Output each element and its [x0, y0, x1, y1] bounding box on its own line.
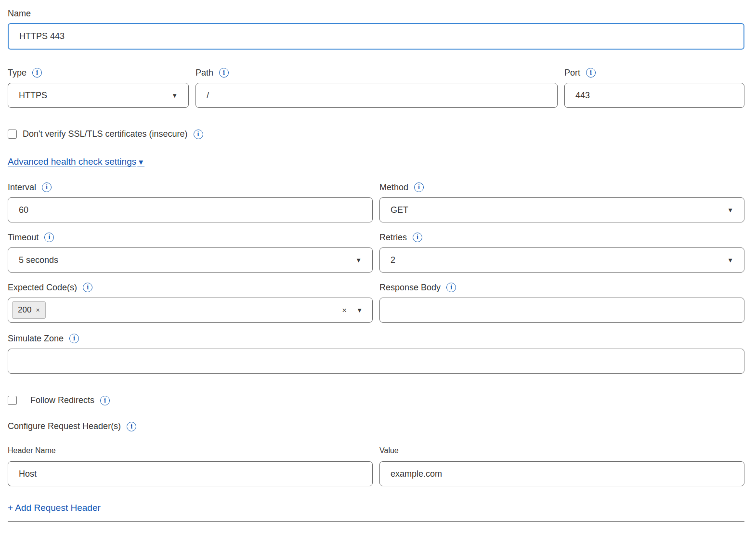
retries-label: Retries i	[379, 232, 744, 243]
type-select-value: HTTPS	[19, 91, 47, 101]
path-group: Path i	[196, 67, 558, 108]
request-headers-info-icon[interactable]: i	[127, 422, 136, 431]
method-select-value: GET	[391, 205, 408, 215]
ssl-verify-checkbox[interactable]	[8, 130, 17, 139]
ssl-verify-info-icon[interactable]: i	[194, 130, 203, 139]
add-header-row: + Add Request Header	[8, 503, 744, 513]
interval-label-text: Interval	[8, 182, 36, 193]
multiselect-controls: × ▼	[342, 306, 363, 314]
expected-code-chip-text: 200	[18, 305, 31, 315]
header-name-column-label: Header Name	[8, 445, 373, 456]
simulate-zone-label-text: Simulate Zone	[8, 333, 64, 344]
header-value-input[interactable]	[379, 461, 744, 486]
expected-codes-label: Expected Code(s) i	[8, 282, 373, 293]
follow-redirects-checkbox[interactable]	[8, 396, 17, 405]
interval-label: Interval i	[8, 182, 373, 193]
request-headers-title-text: Configure Request Header(s)	[8, 421, 121, 431]
expected-codes-info-icon[interactable]: i	[83, 283, 92, 292]
clear-icon[interactable]: ×	[342, 306, 347, 314]
simulate-zone-input[interactable]	[8, 349, 744, 374]
chevron-down-icon: ▼	[727, 257, 733, 263]
type-group: Type i HTTPS ▼	[8, 67, 189, 108]
chip-remove-icon[interactable]: ×	[36, 306, 39, 314]
header-value-column-label: Value	[379, 445, 744, 456]
advanced-settings-link[interactable]: Advanced health check settings ▼	[8, 156, 144, 167]
retries-group: Retries i 2 ▼	[379, 232, 744, 273]
ssl-verify-row: Don't verify SSL/TLS certificates (insec…	[8, 129, 744, 139]
retries-info-icon[interactable]: i	[413, 233, 422, 242]
interval-method-row: Interval i Method i GET ▼	[8, 182, 744, 222]
chevron-down-icon: ▼	[137, 158, 144, 166]
timeout-info-icon[interactable]: i	[44, 233, 54, 242]
name-label: Name	[8, 8, 744, 19]
response-body-label: Response Body i	[379, 282, 744, 293]
timeout-select-value: 5 seconds	[19, 255, 58, 265]
chevron-down-icon[interactable]: ▼	[356, 307, 363, 313]
port-label: Port i	[564, 67, 744, 78]
simulate-zone-info-icon[interactable]: i	[69, 334, 79, 343]
advanced-settings-link-text: Advanced health check settings	[8, 156, 136, 167]
retries-select[interactable]: 2 ▼	[379, 247, 744, 273]
advanced-settings-row: Advanced health check settings ▼	[8, 156, 744, 167]
timeout-group: Timeout i 5 seconds ▼	[8, 232, 373, 273]
header-row	[8, 461, 744, 486]
path-info-icon[interactable]: i	[219, 68, 229, 78]
port-group: Port i	[564, 67, 744, 108]
method-label-text: Method	[379, 182, 408, 193]
port-info-icon[interactable]: i	[586, 68, 596, 78]
response-body-label-text: Response Body	[379, 282, 441, 293]
interval-info-icon[interactable]: i	[42, 182, 52, 192]
timeout-retries-row: Timeout i 5 seconds ▼ Retries i 2 ▼	[8, 232, 744, 273]
request-headers-title: Configure Request Header(s) i	[8, 421, 744, 431]
port-label-text: Port	[564, 67, 580, 78]
expected-codes-group: Expected Code(s) i 200 × × ▼	[8, 282, 373, 323]
chevron-down-icon: ▼	[727, 207, 733, 213]
chevron-down-icon: ▼	[355, 257, 362, 263]
retries-label-text: Retries	[379, 232, 407, 243]
response-body-group: Response Body i	[379, 282, 744, 323]
bottom-divider	[8, 521, 744, 522]
type-select[interactable]: HTTPS ▼	[8, 83, 189, 108]
path-label: Path i	[196, 67, 558, 78]
header-name-column-label-text: Header Name	[8, 445, 56, 456]
add-request-header-link-text: + Add Request Header	[8, 503, 101, 513]
method-select[interactable]: GET ▼	[379, 197, 744, 222]
codes-body-row: Expected Code(s) i 200 × × ▼ Response Bo…	[8, 282, 744, 323]
name-input[interactable]	[8, 23, 744, 50]
chevron-down-icon: ▼	[171, 92, 178, 99]
follow-redirects-label: Follow Redirects	[30, 395, 94, 405]
timeout-label-text: Timeout	[8, 232, 39, 243]
retries-select-value: 2	[391, 255, 395, 265]
header-name-input[interactable]	[8, 461, 373, 486]
health-check-form: Name Type i HTTPS ▼ Path i Port i	[0, 0, 756, 522]
port-input[interactable]	[564, 83, 744, 108]
path-label-text: Path	[196, 67, 213, 78]
method-label: Method i	[379, 182, 744, 193]
header-value-column-label-text: Value	[379, 445, 399, 456]
type-info-icon[interactable]: i	[32, 68, 42, 78]
type-path-port-row: Type i HTTPS ▼ Path i Port i	[8, 67, 744, 108]
header-columns-row: Header Name Value	[8, 445, 744, 456]
response-body-input[interactable]	[379, 298, 744, 323]
type-label-text: Type	[8, 67, 26, 78]
path-input[interactable]	[196, 83, 558, 108]
name-label-text: Name	[8, 8, 31, 19]
timeout-label: Timeout i	[8, 232, 373, 243]
method-info-icon[interactable]: i	[414, 182, 424, 192]
timeout-select[interactable]: 5 seconds ▼	[8, 247, 373, 273]
expected-code-chip: 200 ×	[12, 301, 46, 319]
interval-input[interactable]	[8, 197, 373, 222]
add-request-header-link[interactable]: + Add Request Header	[8, 503, 101, 513]
simulate-zone-label: Simulate Zone i	[8, 333, 744, 344]
method-group: Method i GET ▼	[379, 182, 744, 222]
ssl-verify-label: Don't verify SSL/TLS certificates (insec…	[23, 129, 188, 139]
response-body-info-icon[interactable]: i	[446, 283, 456, 292]
follow-redirects-info-icon[interactable]: i	[100, 396, 110, 405]
interval-group: Interval i	[8, 182, 373, 222]
follow-redirects-row: Follow Redirects i	[8, 395, 744, 405]
simulate-zone-group: Simulate Zone i	[8, 333, 744, 374]
expected-codes-multiselect[interactable]: 200 × × ▼	[8, 298, 373, 323]
follow-redirects-label-wrap: Follow Redirects i	[30, 395, 110, 405]
type-label: Type i	[8, 67, 189, 78]
expected-codes-label-text: Expected Code(s)	[8, 282, 77, 293]
